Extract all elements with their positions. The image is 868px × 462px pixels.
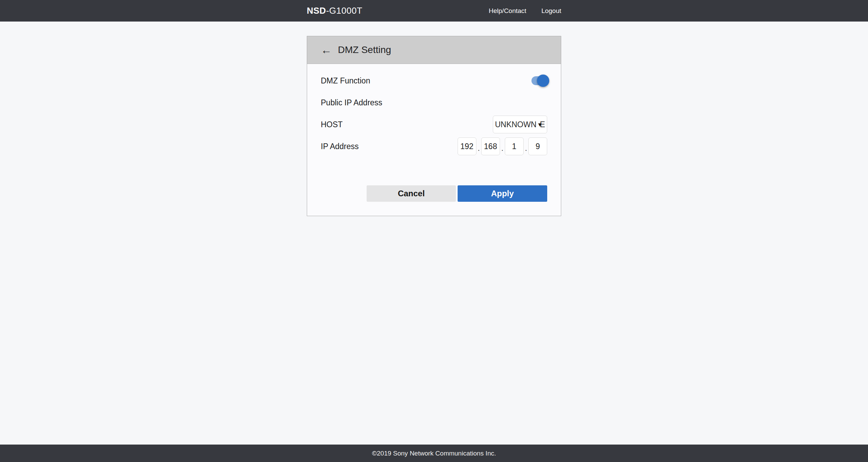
dmz-function-label: DMZ Function: [321, 76, 370, 85]
device-brand: NSD-G1000T: [307, 5, 363, 16]
brand-model-suffix: -G1000T: [326, 5, 362, 16]
page-footer: ©2019 Sony Network Communications Inc.: [0, 445, 868, 462]
public-ip-label: Public IP Address: [321, 98, 382, 107]
ip-octet-1-input[interactable]: [458, 137, 476, 155]
top-navigation-bar: NSD-G1000T Help/Contact Logout: [0, 0, 868, 22]
apply-button[interactable]: Apply: [458, 185, 547, 202]
cancel-button[interactable]: Cancel: [367, 185, 456, 202]
dmz-function-row: DMZ Function: [307, 70, 561, 92]
page-content: ← DMZ Setting DMZ Function Public IP Add…: [0, 22, 868, 445]
dmz-function-toggle[interactable]: [531, 75, 547, 87]
host-select-value: UNKNOWN: [495, 120, 536, 129]
copyright-text: ©2019 Sony Network Communications Inc.: [372, 450, 496, 457]
brand-model-prefix: NSD: [307, 5, 326, 16]
help-contact-link[interactable]: Help/Contact: [489, 7, 526, 15]
card-header: ← DMZ Setting: [307, 36, 561, 64]
ip-address-inputs: . . .: [458, 137, 547, 155]
ip-separator: .: [501, 144, 503, 153]
ip-octet-3-input[interactable]: [505, 137, 524, 155]
action-buttons: Cancel Apply: [307, 185, 561, 202]
host-select[interactable]: UNKNOWN ▼ E: [493, 116, 547, 133]
logout-link[interactable]: Logout: [541, 7, 561, 15]
ip-address-row: IP Address . . .: [307, 135, 561, 157]
topbar-container: NSD-G1000T Help/Contact Logout: [307, 0, 561, 22]
chevron-down-icon: ▼: [537, 122, 543, 128]
ip-separator: .: [525, 144, 527, 153]
public-ip-row: Public IP Address: [307, 92, 561, 114]
card-body: DMZ Function Public IP Address HOST UNKN…: [307, 64, 561, 216]
ip-address-label: IP Address: [321, 142, 359, 151]
host-label: HOST: [321, 120, 343, 129]
ip-octet-2-input[interactable]: [481, 137, 500, 155]
ip-octet-4-input[interactable]: [528, 137, 547, 155]
page-title: DMZ Setting: [338, 44, 391, 55]
dmz-setting-card: ← DMZ Setting DMZ Function Public IP Add…: [307, 36, 561, 216]
topbar-links: Help/Contact Logout: [489, 7, 561, 15]
ip-separator: .: [478, 144, 480, 153]
host-row: HOST UNKNOWN ▼ E: [307, 114, 561, 135]
back-arrow-icon[interactable]: ←: [321, 44, 332, 55]
toggle-knob: [537, 75, 549, 87]
